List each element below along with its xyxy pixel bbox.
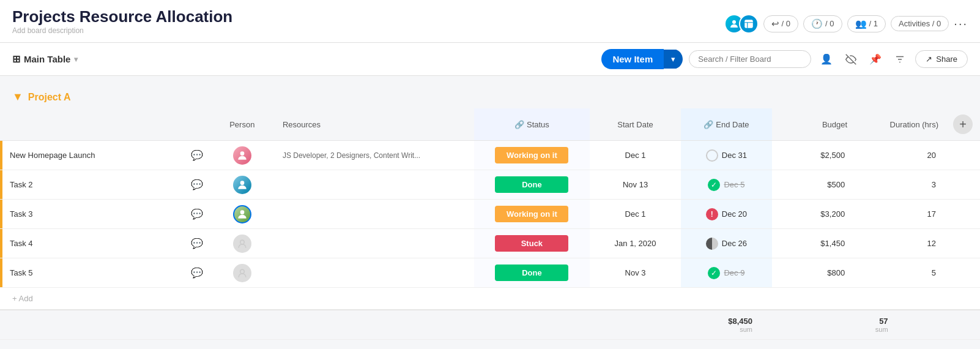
budget-cell: $3,200 — [772, 200, 855, 229]
table-row: Task 5 💬 Done Nov 3 ✓ Dec 9 $800 5 — [0, 258, 980, 288]
duration-cell: 3 — [855, 170, 946, 200]
new-item-button[interactable]: New Item ▾ — [601, 49, 683, 69]
avatar-secondary — [739, 14, 759, 34]
add-row-button[interactable]: + Add — [0, 288, 980, 309]
th-end-date: 🔗 End Date — [681, 108, 772, 141]
sum-duration-value: 57 — [879, 317, 888, 326]
comment-icon[interactable]: 💬 — [186, 150, 208, 160]
status-cell[interactable]: Done — [474, 170, 590, 200]
group-name: Project A — [28, 92, 71, 103]
end-date-alert-icon: ! — [706, 208, 718, 220]
sum-budget: $8,450 sum — [578, 310, 762, 339]
status-badge[interactable]: Stuck — [495, 235, 568, 252]
status-badge[interactable]: Working on it — [495, 206, 568, 222]
table-row: New Homepage Launch 💬 JS Developer, 2 De… — [0, 141, 980, 170]
add-column-button[interactable]: + — [953, 114, 973, 134]
share-button[interactable]: ↗ Share — [915, 50, 968, 68]
comment-icon[interactable]: 💬 — [186, 179, 208, 190]
th-resources: Resources — [275, 108, 474, 141]
status-cell[interactable]: Working on it — [474, 141, 590, 170]
sum-budget-value: $8,450 — [728, 317, 752, 326]
link-icon-end: 🔗 — [703, 120, 713, 129]
row-add-col — [946, 258, 980, 288]
task-name[interactable]: Task 2 — [2, 170, 185, 200]
status-badge[interactable]: Done — [495, 176, 568, 193]
duration-cell: 17 — [855, 200, 946, 229]
link-icon: 🔗 — [514, 120, 524, 129]
comment-cell[interactable]: 💬 — [185, 200, 209, 229]
status-badge[interactable]: Working on it — [495, 147, 568, 163]
invite-counter[interactable]: ↩ / 0 — [763, 15, 798, 32]
person-cell[interactable] — [209, 229, 275, 258]
resources-cell — [275, 258, 474, 288]
person-filter-icon[interactable]: 👤 — [817, 50, 836, 69]
th-name — [2, 108, 185, 141]
comment-cell[interactable]: 💬 — [185, 170, 209, 200]
clock-count: / 0 — [825, 19, 834, 28]
search-input[interactable] — [689, 50, 811, 68]
new-item-main-button[interactable]: New Item — [601, 49, 664, 69]
task-name[interactable]: New Homepage Launch — [2, 141, 185, 170]
end-date-cell: Dec 26 — [681, 229, 772, 258]
toolbar-left: ⊞ Main Table ▾ — [12, 53, 78, 65]
board-description[interactable]: Add board description — [12, 26, 232, 35]
header: Projects Resource Allocation Add board d… — [0, 0, 980, 76]
task-name[interactable]: Task 4 — [2, 229, 185, 258]
comment-icon[interactable]: 💬 — [186, 238, 208, 249]
end-date-strikethrough: Dec 5 — [724, 180, 744, 189]
comment-cell[interactable]: 💬 — [185, 229, 209, 258]
budget-cell: $2,500 — [772, 141, 855, 170]
row-add-col — [946, 200, 980, 229]
comment-cell[interactable]: 💬 — [185, 141, 209, 170]
svg-point-0 — [732, 20, 736, 24]
th-end-date-label: End Date — [716, 120, 749, 129]
th-status-label: Status — [527, 120, 549, 129]
task-name[interactable]: Task 5 — [2, 258, 185, 288]
svg-rect-1 — [744, 20, 753, 28]
activities-button[interactable]: Activities / 0 — [891, 16, 949, 31]
row-add-col — [946, 141, 980, 170]
th-status: 🔗 Status — [474, 108, 590, 141]
people-counter[interactable]: 👥 / 1 — [847, 15, 886, 32]
end-date-cell: Dec 31 — [681, 141, 772, 170]
th-add-col[interactable]: + — [946, 108, 980, 141]
group-toggle-icon[interactable]: ▼ — [12, 91, 23, 103]
svg-point-9 — [240, 181, 244, 185]
status-badge[interactable]: Done — [495, 265, 568, 281]
resources-cell — [275, 170, 474, 200]
person-cell[interactable] — [209, 258, 275, 288]
pin-icon[interactable]: 📌 — [866, 50, 885, 69]
status-cell[interactable]: Working on it — [474, 200, 590, 229]
start-date-cell: Nov 13 — [590, 170, 681, 200]
toolbar-right: New Item ▾ 👤 📌 ↗ Share — [601, 49, 968, 69]
person-cell[interactable] — [209, 170, 275, 200]
duration-cell: 20 — [855, 141, 946, 170]
board-content: ▼ Project A Person Resources 🔗 Status — [0, 76, 980, 340]
person-cell[interactable] — [209, 141, 275, 170]
main-table: Person Resources 🔗 Status Start Date 🔗 E… — [0, 108, 980, 340]
hide-icon[interactable] — [842, 50, 860, 69]
chevron-down-icon: ▾ — [74, 55, 78, 64]
th-comment — [185, 108, 209, 141]
sum-empty-name — [2, 310, 84, 339]
comment-icon[interactable]: 💬 — [186, 268, 208, 278]
filter-icon[interactable] — [891, 50, 909, 69]
comment-cell[interactable]: 💬 — [185, 258, 209, 288]
sum-empty-person — [167, 310, 249, 339]
more-options-button[interactable]: ··· — [954, 17, 968, 31]
status-cell[interactable]: Stuck — [474, 229, 590, 258]
comment-icon[interactable]: 💬 — [186, 209, 208, 219]
clock-counter[interactable]: 🕐 / 0 — [803, 15, 842, 32]
status-cell[interactable]: Done — [474, 258, 590, 288]
end-date-value: Dec 20 — [722, 209, 747, 219]
new-item-dropdown-button[interactable]: ▾ — [664, 50, 683, 69]
sum-budget-label: sum — [588, 326, 752, 333]
invite-count: / 0 — [782, 19, 790, 28]
end-date-cell: ✓ Dec 9 — [681, 258, 772, 288]
sum-duration: 57 sum — [762, 310, 898, 339]
task-name[interactable]: Task 3 — [2, 200, 185, 229]
resources-cell: JS Developer, 2 Designers, Content Writ.… — [275, 141, 474, 170]
main-table-button[interactable]: ⊞ Main Table ▾ — [12, 53, 78, 65]
end-date-cell: ✓ Dec 5 — [681, 170, 772, 200]
person-cell[interactable] — [209, 200, 275, 229]
